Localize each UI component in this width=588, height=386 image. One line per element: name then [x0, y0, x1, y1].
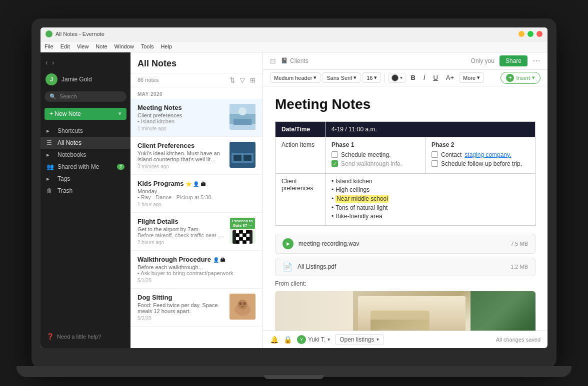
archive-icon[interactable]: ⊡: [270, 57, 276, 65]
notes-scroll[interactable]: Meeting Notes Client preferences • Islan…: [130, 99, 262, 348]
sidebar-item-shared[interactable]: 👥 Shared with Me 2: [40, 161, 130, 173]
checkbox[interactable]: [432, 151, 438, 158]
note-title: Dog Sitting: [138, 294, 226, 301]
list-item[interactable]: Kids Programs ⭐ 👤 🏔 Monday • Ray - Dance…: [130, 175, 262, 213]
svg-point-11: [239, 302, 242, 305]
underline-button[interactable]: U: [430, 72, 440, 83]
minimize-button[interactable]: [518, 31, 524, 37]
menu-tools[interactable]: Tools: [141, 43, 154, 49]
window-controls: [518, 31, 542, 37]
new-note-button[interactable]: + New Note ▾: [44, 108, 126, 120]
search-box[interactable]: 🔍 Search: [44, 91, 126, 102]
svg-point-3: [238, 107, 246, 115]
font-size-dropdown[interactable]: 16 ▾: [362, 72, 381, 83]
nav-back-button[interactable]: ‹: [46, 58, 48, 66]
note-content: Dog Sitting Food: Feed twice per day. Sp…: [138, 294, 226, 321]
font-dropdown[interactable]: Sans Serif ▾: [322, 72, 360, 83]
staging-company-link[interactable]: staging company.: [464, 151, 511, 158]
more-dropdown[interactable]: More ▾: [459, 72, 484, 83]
color-picker[interactable]: ▾: [388, 73, 406, 83]
date-value: 4-19 / 11:00 a.m.: [326, 121, 536, 137]
note-preview: Get to the airport by 7am.: [138, 226, 226, 232]
title-bar: All Notes - Evernote: [40, 27, 548, 41]
editor-topbar: ⊡ 📓 Clients Only you Share ⋯: [263, 52, 548, 70]
checkbox-checked[interactable]: ✓: [332, 160, 338, 167]
sidebar-nav: ‹ ›: [40, 56, 130, 70]
app-layout: ‹ › J Jamie Gold 🔍 Search + New Note ▾: [40, 52, 548, 348]
note-preview: Client preferences: [138, 112, 226, 118]
tags-icon: ▸: [46, 175, 54, 182]
open-listings-dropdown[interactable]: Open listings ▾: [335, 334, 383, 345]
menu-bar: File Edit View Note Window Tools Help: [40, 41, 548, 52]
open-listings-label: Open listings: [340, 336, 374, 343]
laptop-notch: [264, 375, 324, 379]
phase2-item-2: Schedule follow-up before trip.: [432, 160, 529, 167]
attachment-pdf[interactable]: 📄 All Listings.pdf 1.2 MB: [275, 258, 536, 276]
note-title: Meeting Notes: [138, 104, 226, 111]
user-tag[interactable]: Y Yuki T. ▾: [297, 335, 330, 344]
search-input[interactable]: Search: [60, 93, 77, 99]
note-badges: ⭐ 👤 🏔: [186, 181, 206, 187]
nav-forward-button[interactable]: ›: [52, 58, 54, 66]
header-style-dropdown[interactable]: Medium header ▾: [270, 72, 320, 83]
bell-icon[interactable]: 🔔: [270, 336, 278, 344]
lock-icon[interactable]: 🔒: [284, 336, 292, 344]
attachment-name: All Listings.pdf: [298, 263, 506, 270]
trash-icon: 🗑: [46, 187, 54, 194]
pref-island-kitchen: Island kitchen: [336, 178, 372, 185]
insert-button[interactable]: + Insert ▾: [500, 72, 540, 84]
font-size-up-button[interactable]: A+: [443, 72, 457, 83]
note-content: Meeting Notes Client preferences • Islan…: [138, 104, 226, 131]
list-item[interactable]: Client Preferences Yuki's ideal kitchen.…: [130, 137, 262, 175]
help-button[interactable]: ❓ Need a little help?: [40, 329, 130, 344]
pref-item: • Bike-friendly area: [332, 213, 529, 220]
checkbox[interactable]: [432, 160, 438, 167]
note-content: Walkthrough Procedure 👤 🏔 Before each wa…: [138, 256, 256, 283]
menu-edit[interactable]: Edit: [60, 43, 70, 49]
user-row[interactable]: J Jamie Gold: [40, 70, 130, 88]
chevron-down-icon: ▾: [532, 74, 535, 81]
notebook-ref[interactable]: 📓 Clients: [281, 57, 308, 64]
note-content: Flight Details Get to the airport by 7am…: [138, 218, 226, 245]
note-badges: 👤 🏔: [213, 257, 226, 263]
note-preview: Monday: [138, 188, 256, 194]
svg-rect-7: [244, 155, 252, 161]
phase2-item-2-text: Schedule follow-up before trip.: [441, 160, 522, 167]
list-item[interactable]: Dog Sitting Food: Feed twice per day. Sp…: [130, 289, 262, 327]
chevron-down-icon: ▾: [376, 337, 379, 342]
room-left: [275, 291, 353, 331]
grid-icon[interactable]: ⊞: [250, 76, 256, 84]
sidebar-item-label: All Notes: [58, 139, 82, 146]
list-item[interactable]: Flight Details Get to the airport by 7am…: [130, 213, 262, 251]
pref-bike-friendly: Bike-friendly area: [336, 213, 382, 220]
header-style-label: Medium header: [274, 75, 312, 81]
notes-icon: ☰: [46, 139, 54, 146]
attachment-audio[interactable]: ▶ meeting-recording.wav 7.5 MB: [275, 234, 536, 254]
list-item[interactable]: Meeting Notes Client preferences • Islan…: [130, 99, 262, 137]
close-button[interactable]: [536, 31, 542, 37]
sidebar-item-all-notes[interactable]: ☰ All Notes: [40, 137, 130, 149]
list-item[interactable]: Walkthrough Procedure 👤 🏔 Before each wa…: [130, 251, 262, 289]
sidebar-item-notebooks[interactable]: ▸ Notebooks: [40, 149, 130, 161]
menu-view[interactable]: View: [77, 43, 89, 49]
more-options-icon[interactable]: ⋯: [532, 56, 540, 65]
menu-help[interactable]: Help: [160, 43, 172, 49]
filter-icon[interactable]: ▽: [240, 76, 245, 84]
color-dot[interactable]: [392, 74, 398, 81]
note-time: 5/1/20: [138, 278, 256, 283]
notebook-icon: ▸: [46, 151, 54, 158]
italic-button[interactable]: I: [420, 72, 428, 83]
note-time: 1 minute ago: [138, 126, 226, 131]
bold-button[interactable]: B: [408, 72, 418, 83]
sort-icon[interactable]: ⇅: [230, 76, 235, 84]
checkbox[interactable]: [332, 151, 338, 158]
sidebar-item-shortcuts[interactable]: ▸ Shortcuts: [40, 125, 130, 137]
sidebar-item-trash[interactable]: 🗑 Trash: [40, 185, 130, 197]
chevron-down-icon: ▾: [374, 74, 377, 81]
menu-file[interactable]: File: [44, 43, 54, 49]
menu-note[interactable]: Note: [96, 43, 107, 49]
share-button[interactable]: Share: [500, 55, 528, 66]
maximize-button[interactable]: [528, 31, 534, 37]
menu-window[interactable]: Window: [114, 43, 134, 49]
sidebar-item-tags[interactable]: ▸ Tags: [40, 173, 130, 185]
